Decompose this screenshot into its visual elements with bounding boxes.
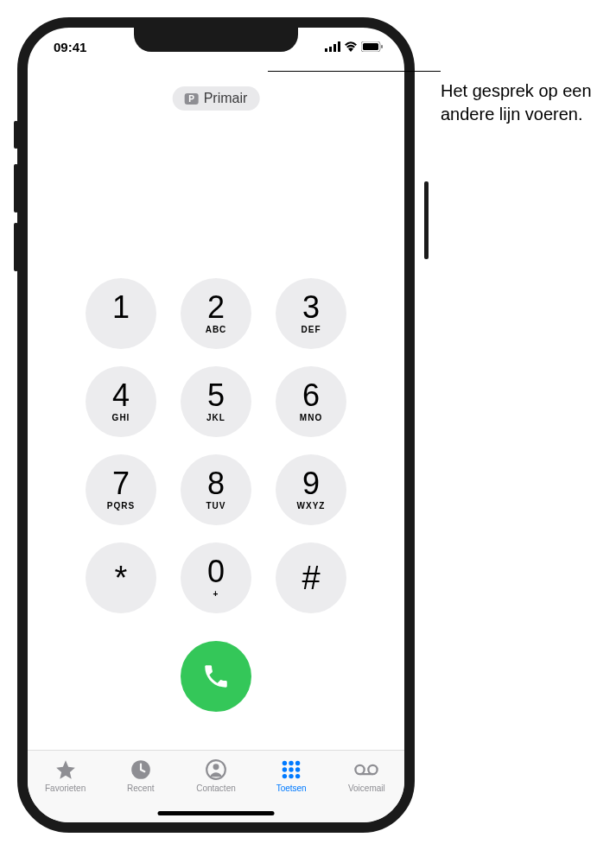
- key-digit: #: [302, 561, 320, 594]
- svg-point-18: [295, 774, 300, 778]
- key-digit: 5: [207, 380, 225, 411]
- home-indicator[interactable]: [158, 811, 275, 815]
- star-icon: [54, 758, 78, 782]
- tab-label: Favorieten: [45, 783, 86, 793]
- svg-rect-5: [363, 43, 378, 50]
- svg-point-13: [283, 767, 287, 771]
- status-time: 09:41: [45, 40, 86, 54]
- svg-rect-3: [338, 41, 340, 52]
- svg-rect-1: [329, 47, 332, 52]
- key-digit: 7: [112, 468, 130, 499]
- tab-voicemail[interactable]: Voicemail: [332, 758, 401, 793]
- key-digit: 2: [207, 292, 225, 323]
- phone-icon: [201, 662, 231, 691]
- key-5[interactable]: 5 JKL: [181, 366, 251, 437]
- tab-recent[interactable]: Recent: [106, 758, 175, 793]
- key-letters: DEF: [302, 325, 321, 335]
- line-selector-pill[interactable]: P Primair: [173, 86, 260, 111]
- svg-point-16: [283, 774, 287, 778]
- svg-point-10: [283, 761, 287, 765]
- key-6[interactable]: 6 MNO: [276, 366, 346, 437]
- svg-rect-2: [333, 44, 336, 52]
- svg-point-12: [295, 761, 300, 765]
- key-digit: 9: [302, 468, 320, 499]
- key-digit: 4: [112, 380, 130, 411]
- key-4[interactable]: 4 GHI: [86, 366, 156, 437]
- tab-keypad[interactable]: Toetsen: [257, 758, 326, 793]
- keypad-icon: [279, 758, 303, 782]
- line-label: Primair: [204, 91, 248, 106]
- key-letters: JKL: [206, 413, 225, 423]
- tab-label: Toetsen: [276, 783, 307, 793]
- tab-label: Contacten: [196, 783, 236, 793]
- key-letters: PQRS: [107, 501, 135, 511]
- phone-frame: 09:41 P Primair 1 2 ABC 3 DEF 4 GHI 5 JK…: [17, 17, 415, 833]
- key-0[interactable]: 0 +: [181, 542, 251, 613]
- svg-rect-0: [325, 48, 327, 52]
- svg-point-15: [295, 767, 300, 771]
- svg-point-11: [289, 761, 293, 765]
- svg-point-17: [289, 774, 293, 778]
- svg-point-14: [289, 767, 293, 771]
- key-digit: 1: [112, 292, 130, 323]
- key-letters: MNO: [300, 413, 322, 423]
- svg-point-9: [213, 764, 219, 770]
- power-button: [424, 181, 429, 259]
- key-digit: *: [115, 561, 128, 594]
- key-letters: WXYZ: [297, 501, 326, 511]
- call-button[interactable]: [181, 641, 251, 712]
- key-digit: 6: [302, 380, 320, 411]
- key-letters: ABC: [206, 325, 227, 335]
- tab-label: Voicemail: [348, 783, 385, 793]
- svg-point-19: [356, 765, 365, 774]
- tab-label: Recent: [127, 783, 155, 793]
- tab-favorites[interactable]: Favorieten: [31, 758, 100, 793]
- key-letters: +: [213, 589, 219, 599]
- key-hash[interactable]: #: [276, 542, 346, 613]
- status-icons: [325, 41, 387, 52]
- person-icon: [204, 758, 228, 782]
- callout-text: Het gesprek op een andere lijn voeren.: [441, 79, 605, 126]
- notch: [134, 28, 298, 52]
- cellular-icon: [325, 41, 340, 52]
- keypad: 1 2 ABC 3 DEF 4 GHI 5 JKL 6 MNO 7 PQRS 8: [86, 278, 346, 613]
- key-2[interactable]: 2 ABC: [181, 278, 251, 349]
- tab-contacts[interactable]: Contacten: [181, 758, 251, 793]
- key-1[interactable]: 1: [86, 278, 156, 349]
- wifi-icon: [344, 41, 358, 52]
- key-7[interactable]: 7 PQRS: [86, 454, 156, 525]
- svg-rect-6: [381, 45, 383, 48]
- key-9[interactable]: 9 WXYZ: [276, 454, 346, 525]
- key-letters: GHI: [112, 413, 130, 423]
- line-badge: P: [185, 93, 199, 105]
- key-digit: 0: [207, 556, 225, 587]
- key-3[interactable]: 3 DEF: [276, 278, 346, 349]
- key-digit: 3: [302, 292, 320, 323]
- clock-icon: [129, 758, 153, 782]
- key-8[interactable]: 8 TUV: [181, 454, 251, 525]
- battery-icon: [361, 41, 384, 52]
- key-letters: TUV: [206, 501, 226, 511]
- key-digit: 8: [207, 468, 225, 499]
- callout-line: [268, 71, 441, 72]
- key-star[interactable]: *: [86, 542, 156, 613]
- svg-point-20: [369, 765, 378, 774]
- voicemail-icon: [354, 758, 378, 782]
